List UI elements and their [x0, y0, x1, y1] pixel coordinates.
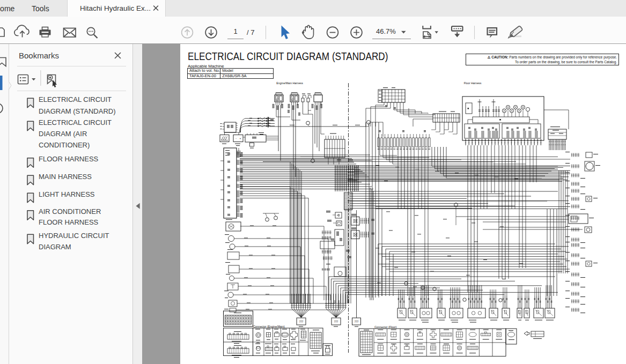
svg-text:777: 777: [299, 321, 304, 323]
svg-text:Floor Harness: Floor Harness: [464, 81, 482, 85]
svg-text:···: ···: [261, 130, 263, 132]
svg-text:Connector (Engine/Main): Connector (Engine/Main): [253, 325, 285, 328]
svg-text:Engine/Main Harness: Engine/Main Harness: [276, 81, 303, 85]
svg-text:777: 777: [334, 321, 338, 323]
svg-text:-: -: [235, 137, 237, 140]
svg-text:+: +: [240, 137, 241, 140]
svg-text:777: 777: [355, 321, 359, 323]
svg-text:Connector (Floor): Connector (Floor): [374, 325, 397, 329]
